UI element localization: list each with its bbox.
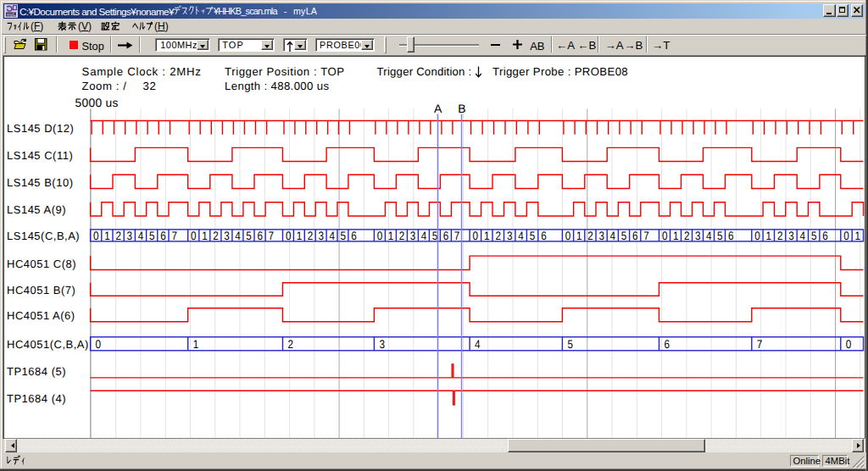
svg-text:4: 4 bbox=[706, 230, 712, 242]
svg-text:1: 1 bbox=[484, 230, 490, 242]
svg-text:Zoom : /: Zoom : / bbox=[82, 80, 127, 92]
svg-text:7: 7 bbox=[171, 230, 177, 242]
svg-text:HC4051 B(7): HC4051 B(7) bbox=[7, 284, 75, 296]
svg-text:HC4051(C,B,A): HC4051(C,B,A) bbox=[7, 338, 89, 351]
svg-text:3: 3 bbox=[410, 230, 416, 242]
svg-text:3: 3 bbox=[788, 230, 794, 242]
svg-text:7: 7 bbox=[454, 230, 460, 242]
svg-text:6: 6 bbox=[728, 230, 734, 242]
svg-text:6: 6 bbox=[822, 230, 828, 242]
svg-text:3: 3 bbox=[319, 230, 325, 242]
svg-text:6: 6 bbox=[160, 230, 166, 242]
svg-text:1: 1 bbox=[576, 230, 582, 242]
svg-text:LS145 D(12): LS145 D(12) bbox=[7, 122, 74, 135]
svg-text:4: 4 bbox=[330, 230, 336, 242]
svg-text:1: 1 bbox=[104, 230, 110, 242]
svg-text:5: 5 bbox=[246, 230, 252, 242]
svg-text:4: 4 bbox=[138, 230, 144, 242]
svg-text:1: 1 bbox=[673, 230, 679, 242]
svg-text:HC4051 A(6): HC4051 A(6) bbox=[7, 309, 75, 322]
svg-text:2: 2 bbox=[587, 230, 593, 242]
svg-text:1: 1 bbox=[766, 230, 772, 242]
svg-text:1: 1 bbox=[193, 338, 199, 351]
svg-text:Trigger Condition :: Trigger Condition : bbox=[377, 65, 472, 78]
svg-text:6: 6 bbox=[257, 230, 263, 242]
svg-text:Trigger Probe : PROBE08: Trigger Probe : PROBE08 bbox=[492, 65, 628, 78]
svg-text:B: B bbox=[458, 102, 465, 115]
svg-text:5000 us: 5000 us bbox=[75, 97, 119, 109]
svg-text:LS145 C(11): LS145 C(11) bbox=[7, 149, 73, 162]
svg-text:5: 5 bbox=[432, 230, 438, 242]
svg-text:2: 2 bbox=[684, 230, 690, 242]
svg-text:0: 0 bbox=[662, 230, 668, 242]
svg-text:2: 2 bbox=[495, 230, 501, 242]
svg-text:2: 2 bbox=[115, 230, 121, 242]
svg-text:0: 0 bbox=[846, 338, 852, 351]
svg-text:3: 3 bbox=[507, 230, 513, 242]
svg-text:3: 3 bbox=[379, 338, 385, 351]
svg-text:3: 3 bbox=[127, 230, 133, 242]
svg-text:0: 0 bbox=[286, 230, 292, 242]
svg-text:5: 5 bbox=[717, 230, 723, 242]
svg-text:4: 4 bbox=[235, 230, 241, 242]
svg-text:3: 3 bbox=[224, 230, 230, 242]
svg-text:3: 3 bbox=[695, 230, 701, 242]
svg-text:7: 7 bbox=[643, 230, 649, 242]
svg-text:2: 2 bbox=[308, 230, 314, 242]
svg-text:0: 0 bbox=[96, 338, 102, 351]
svg-text:1: 1 bbox=[202, 230, 208, 242]
svg-text:5: 5 bbox=[340, 230, 346, 242]
svg-text:Trigger Position : TOP: Trigger Position : TOP bbox=[225, 65, 345, 78]
svg-text:2: 2 bbox=[213, 230, 219, 242]
svg-text:6: 6 bbox=[541, 230, 547, 242]
svg-text:2: 2 bbox=[399, 230, 405, 242]
svg-text:0: 0 bbox=[754, 230, 760, 242]
svg-text:5: 5 bbox=[621, 230, 627, 242]
svg-text:6: 6 bbox=[665, 338, 670, 351]
svg-text:TP1684 (4): TP1684 (4) bbox=[7, 392, 66, 405]
svg-text:LS145(C,B,A): LS145(C,B,A) bbox=[7, 230, 80, 242]
svg-text:TP1684 (5): TP1684 (5) bbox=[7, 365, 66, 378]
svg-text:5: 5 bbox=[567, 338, 573, 351]
svg-text:0: 0 bbox=[191, 230, 197, 242]
svg-text:A: A bbox=[434, 102, 442, 115]
svg-text:3: 3 bbox=[598, 230, 604, 242]
svg-text:5: 5 bbox=[811, 230, 817, 242]
svg-text:5: 5 bbox=[530, 230, 536, 242]
svg-text:6: 6 bbox=[443, 230, 449, 242]
svg-text:0: 0 bbox=[377, 230, 383, 242]
svg-text:LS145 A(9): LS145 A(9) bbox=[7, 203, 66, 216]
svg-text:0: 0 bbox=[93, 230, 99, 242]
svg-text:4: 4 bbox=[518, 230, 524, 242]
svg-text:1: 1 bbox=[388, 230, 394, 242]
svg-text:1: 1 bbox=[297, 230, 303, 242]
svg-text:HC4051 C(8): HC4051 C(8) bbox=[7, 258, 76, 270]
svg-text:Length : 488.000 us: Length : 488.000 us bbox=[225, 80, 329, 92]
svg-text:0: 0 bbox=[843, 230, 849, 242]
svg-text:2: 2 bbox=[288, 338, 294, 351]
svg-text:4: 4 bbox=[421, 230, 427, 242]
svg-text:7: 7 bbox=[757, 338, 763, 351]
svg-text:4: 4 bbox=[475, 338, 481, 351]
svg-text:2: 2 bbox=[777, 230, 783, 242]
svg-text:4: 4 bbox=[800, 230, 806, 242]
svg-text:0: 0 bbox=[473, 230, 479, 242]
svg-text:32: 32 bbox=[143, 80, 157, 92]
svg-text:Sample Clock : 2MHz: Sample Clock : 2MHz bbox=[82, 65, 202, 78]
svg-text:6: 6 bbox=[351, 230, 357, 242]
svg-text:6: 6 bbox=[632, 230, 638, 242]
svg-text:5: 5 bbox=[149, 230, 155, 242]
svg-text:1: 1 bbox=[855, 230, 861, 242]
svg-text:0: 0 bbox=[565, 230, 571, 242]
svg-text:7: 7 bbox=[268, 230, 274, 242]
svg-text:4: 4 bbox=[610, 230, 616, 242]
svg-text:LS145 B(10): LS145 B(10) bbox=[7, 176, 74, 189]
